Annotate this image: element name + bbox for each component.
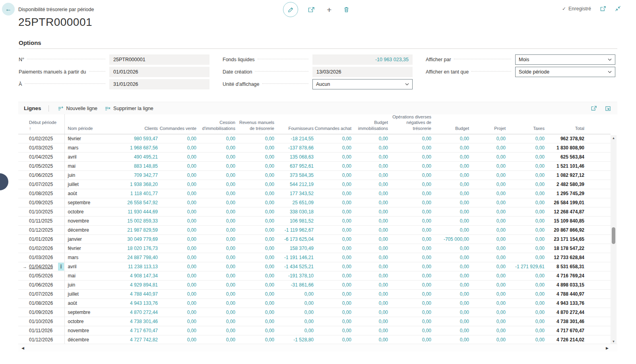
cell-projet[interactable]: 0,00	[469, 207, 506, 216]
cell-fournisseurs[interactable]: 158 370,49	[274, 244, 314, 253]
cell-debut-periode[interactable]: 01/06/2025	[18, 170, 58, 180]
cell-operations-diverses-negatives-de-tresorerie[interactable]: 0,00	[388, 335, 431, 344]
cell-taxes[interactable]: 0,00	[506, 198, 545, 207]
cell-nom-periode[interactable]: août	[64, 298, 119, 308]
cell-nom-periode[interactable]: septembre	[64, 308, 119, 317]
vertical-scroll-thumb[interactable]	[612, 227, 615, 244]
cell-total[interactable]: 4 738 301,46	[545, 317, 584, 326]
cell-total[interactable]: 2 482 580,39	[545, 180, 584, 189]
cell-revenus-manuels-de-tresorerie[interactable]: 0,00	[235, 207, 274, 216]
cell-nom-periode[interactable]: novembre	[64, 326, 119, 335]
cell-total[interactable]: 625 563,84	[545, 152, 584, 161]
cell-budget[interactable]: 0,00	[431, 253, 469, 262]
cell-nom-periode[interactable]: juin	[64, 170, 119, 180]
cell-budget[interactable]: 0,00	[431, 308, 469, 317]
cell-commandes-achat[interactable]: 0,00	[314, 189, 351, 198]
cell-cession-d-immobilisations[interactable]: 0,00	[196, 161, 235, 170]
cell-revenus-manuels-de-tresorerie[interactable]: 0,00	[235, 152, 274, 161]
cell-commandes-achat[interactable]: 0,00	[314, 225, 351, 234]
cell-total[interactable]: 1 082 927,12	[545, 170, 584, 180]
cell-cession-d-immobilisations[interactable]: 0,00	[196, 244, 235, 253]
cell-commandes-achat[interactable]: 0,00	[314, 207, 351, 216]
edit-button[interactable]	[283, 2, 298, 17]
cell-fournisseurs[interactable]: -1 119 962,67	[274, 225, 314, 234]
cell-taxes[interactable]: 0,00	[506, 152, 545, 161]
delete-button[interactable]	[343, 6, 349, 13]
share-lines-button[interactable]	[591, 105, 597, 111]
column-header-debut-periode[interactable]: Début période ↑	[18, 114, 58, 134]
cell-total[interactable]: 4 943 133,76	[545, 298, 584, 308]
cell-commandes-vente[interactable]: 0,00	[158, 134, 196, 143]
side-pane-toggle[interactable]	[0, 173, 8, 190]
cell-cession-d-immobilisations[interactable]: 0,00	[196, 234, 235, 244]
cell-budget-immobilisations[interactable]: 0,00	[351, 161, 388, 170]
cell-debut-periode[interactable]: 01/12/2025	[18, 225, 58, 234]
row-menu-cell[interactable]: ⋮	[58, 262, 64, 271]
scroll-right-arrow[interactable]: ▶	[606, 344, 609, 352]
cell-clients[interactable]: 709 342,77	[119, 170, 158, 180]
cell-revenus-manuels-de-tresorerie[interactable]: 0,00	[235, 308, 274, 317]
cell-clients[interactable]: 18 020 176,73	[119, 244, 158, 253]
cell-fournisseurs[interactable]: 373 584,35	[274, 170, 314, 180]
column-header-commandes-vente[interactable]: Commandes vente	[158, 114, 196, 134]
cell-commandes-achat[interactable]: 0,00	[314, 317, 351, 326]
cell-debut-periode[interactable]: 01/12/2026	[18, 335, 58, 344]
back-button[interactable]: ←	[2, 3, 15, 15]
scroll-up-arrow[interactable]: ▲	[611, 135, 617, 141]
cell-projet[interactable]: 0,00	[469, 253, 506, 262]
cell-revenus-manuels-de-tresorerie[interactable]: 0,00	[235, 253, 274, 262]
column-header-operations-diverses-negatives-de-tresorerie[interactable]: Opérations diverses négatives de trésore…	[388, 114, 431, 134]
cell-operations-diverses-negatives-de-tresorerie[interactable]: 0,00	[388, 207, 431, 216]
cell-commandes-achat[interactable]: 0,00	[314, 289, 351, 298]
cell-budget[interactable]: 0,00	[431, 298, 469, 308]
cell-commandes-vente[interactable]: 0,00	[158, 298, 196, 308]
cell-total[interactable]: 4 726 214,02	[545, 335, 584, 344]
cell-operations-diverses-negatives-de-tresorerie[interactable]: 0,00	[388, 198, 431, 207]
cell-clients[interactable]: 490 495,21	[119, 152, 158, 161]
cell-fournisseurs[interactable]: 0,00	[274, 298, 314, 308]
cell-revenus-manuels-de-tresorerie[interactable]: 0,00	[235, 326, 274, 335]
row-menu-button[interactable]: ⋮	[58, 263, 64, 271]
cell-projet[interactable]: 0,00	[469, 317, 506, 326]
cell-budget[interactable]: 0,00	[431, 207, 469, 216]
cell-budget-immobilisations[interactable]: 0,00	[351, 216, 388, 225]
cell-operations-diverses-negatives-de-tresorerie[interactable]: 0,00	[388, 161, 431, 170]
cell-taxes[interactable]: -1 271 929,61	[506, 262, 545, 271]
cell-commandes-vente[interactable]: 0,00	[158, 253, 196, 262]
cell-commandes-achat[interactable]: 0,00	[314, 143, 351, 152]
cell-taxes[interactable]: 0,00	[506, 317, 545, 326]
cell-total[interactable]: 4 788 440,97	[545, 289, 584, 298]
cell-total[interactable]: 4 716 769,24	[545, 271, 584, 280]
cell-clients[interactable]: 1 938 368,20	[119, 180, 158, 189]
cell-taxes[interactable]: 0,00	[506, 189, 545, 198]
cell-nom-periode[interactable]: août	[64, 189, 119, 198]
cell-fournisseurs[interactable]: 544 212,19	[274, 180, 314, 189]
cell-debut-periode[interactable]: →01/04/2026	[18, 262, 58, 271]
cell-budget[interactable]: 0,00	[431, 262, 469, 271]
cell-operations-diverses-negatives-de-tresorerie[interactable]: 0,00	[388, 244, 431, 253]
cell-fournisseurs[interactable]: -31 861,66	[274, 280, 314, 289]
cell-budget-immobilisations[interactable]: 0,00	[351, 134, 388, 143]
cell-nom-periode[interactable]: octobre	[64, 207, 119, 216]
cell-revenus-manuels-de-tresorerie[interactable]: 0,00	[235, 216, 274, 225]
cell-budget[interactable]: 0,00	[431, 271, 469, 280]
cell-projet[interactable]: 0,00	[469, 271, 506, 280]
cell-budget[interactable]: 0,00	[431, 326, 469, 335]
cell-projet[interactable]: 0,00	[469, 189, 506, 198]
cell-commandes-achat[interactable]: 0,00	[314, 180, 351, 189]
cell-cession-d-immobilisations[interactable]: 0,00	[196, 308, 235, 317]
cell-commandes-achat[interactable]: 0,00	[314, 152, 351, 161]
cell-total[interactable]: 4 870 272,44	[545, 308, 584, 317]
cell-operations-diverses-negatives-de-tresorerie[interactable]: 0,00	[388, 289, 431, 298]
cell-total[interactable]: 23 171 154,65	[545, 234, 584, 244]
cell-commandes-achat[interactable]: 0,00	[314, 134, 351, 143]
cell-debut-periode[interactable]: 01/06/2026	[18, 280, 58, 289]
cell-debut-periode[interactable]: 01/05/2025	[18, 161, 58, 170]
cell-budget[interactable]: -705 000,00	[431, 234, 469, 244]
cell-projet[interactable]: 0,00	[469, 170, 506, 180]
cell-commandes-vente[interactable]: 0,00	[158, 317, 196, 326]
cell-debut-periode[interactable]: 01/10/2026	[18, 317, 58, 326]
cell-clients[interactable]: 4 738 301,46	[119, 317, 158, 326]
cell-taxes[interactable]: 0,00	[506, 326, 545, 335]
cell-commandes-achat[interactable]: 0,00	[314, 271, 351, 280]
